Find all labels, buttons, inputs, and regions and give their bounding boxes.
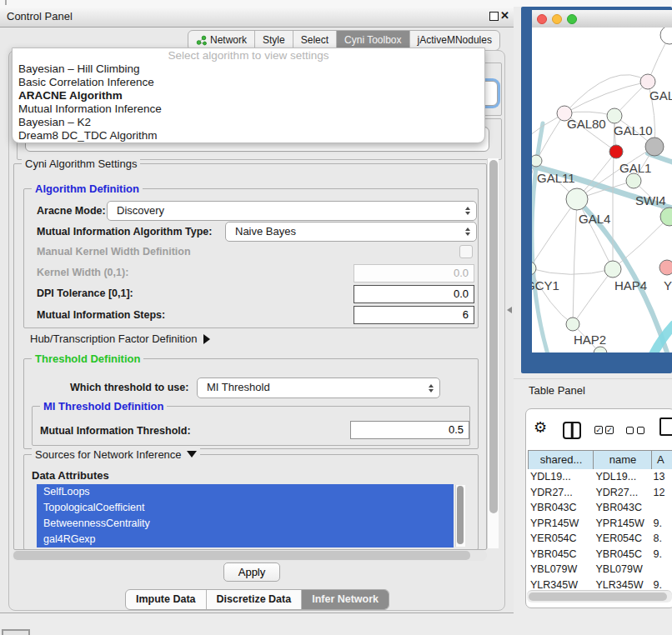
group-title: Cyni Algorithm Settings [22, 158, 140, 170]
network-titlebar[interactable] [532, 10, 672, 28]
settings-hscrollbar[interactable] [12, 550, 487, 561]
node-gal[interactable] [640, 74, 655, 89]
node-hap2[interactable] [566, 318, 579, 331]
zoom-traffic-light[interactable] [567, 14, 577, 24]
settings-scrollbar[interactable] [487, 158, 499, 548]
unchecked-checkbox-icon[interactable] [626, 427, 634, 434]
scrollbar-thumb[interactable] [529, 592, 667, 601]
edge[interactable] [613, 217, 669, 269]
algorithm-option[interactable]: Bayesian – K2 [13, 116, 484, 129]
node-gal11[interactable] [532, 155, 542, 167]
close-icon[interactable]: ✕ [500, 9, 509, 22]
node[interactable] [660, 208, 672, 226]
minimize-traffic-light[interactable] [552, 14, 562, 24]
unchecked-checkbox-icon[interactable] [637, 427, 644, 434]
table-cell: YDR27... [526, 485, 591, 501]
table-row[interactable]: YDR27...YDR27...12 [526, 485, 672, 501]
columns-icon[interactable] [563, 422, 581, 439]
combo-value: Naive Bayes [235, 222, 296, 241]
close-traffic-light[interactable] [537, 14, 547, 24]
table-row[interactable]: YER054CYER054C8. [526, 531, 672, 547]
kernel-width-field[interactable]: 0.0 [354, 264, 474, 282]
tab-infer-network[interactable]: Infer Network [301, 590, 389, 609]
table-cell: YBL079W [526, 562, 591, 578]
edge[interactable] [532, 268, 613, 274]
checked-checkbox-icon[interactable]: ✓ [594, 426, 603, 434]
algorithm-option[interactable]: ARACNE Algorithm [13, 89, 484, 102]
algorithm-option[interactable]: Dream8 DC_TDC Algorithm [13, 129, 484, 142]
group-title: Algorithm Definition [32, 182, 143, 195]
control-panel-titlebar [0, 7, 514, 28]
table-row[interactable]: YBR043CYBR043C [526, 500, 672, 516]
attribute-list-item[interactable]: TopologicalCoefficient [37, 500, 454, 516]
table-row[interactable]: YDL19...YDL19...13 [526, 469, 672, 485]
mi-threshold-label: Mutual Information Threshold: [40, 425, 191, 437]
table-row[interactable]: YBR045CYBR045C9. [526, 547, 672, 562]
mi-threshold-field[interactable]: 0.5 [350, 421, 469, 439]
which-threshold-combo[interactable]: MI Threshold [197, 378, 440, 398]
edge-highlight[interactable] [652, 325, 672, 352]
tab-impute-data[interactable]: Impute Data [126, 590, 206, 609]
combo-arrows-icon [465, 207, 470, 215]
float-window-icon[interactable] [489, 12, 499, 21]
mi-type-combo[interactable]: Naive Bayes [225, 222, 477, 242]
scrollbar-thumb[interactable] [13, 551, 470, 560]
sources-title: Sources for Network Inference [35, 448, 182, 461]
node-hap4[interactable] [604, 261, 621, 278]
control-panel-title: Control Panel [7, 10, 73, 22]
table-row[interactable]: YPR145WYPR145W9. [526, 516, 672, 532]
combo-arrows-icon [465, 228, 470, 236]
attribute-list-item[interactable]: BetweennessCentrality [37, 516, 454, 532]
dropdown-placeholder: Select algorithm to view settings [13, 48, 484, 62]
attribute-list-item[interactable]: SelfLoops [37, 484, 454, 500]
table-cell: YER054C [591, 531, 649, 547]
algorithm-option[interactable]: Mutual Information Inference [13, 102, 484, 116]
document-icon[interactable] [659, 418, 672, 436]
node-gal10[interactable] [607, 108, 622, 123]
dpi-tolerance-field[interactable]: 0.0 [354, 285, 474, 303]
node-y[interactable] [659, 260, 672, 275]
node[interactable] [609, 145, 623, 158]
edge[interactable] [564, 82, 648, 113]
column-header-name[interactable]: name [593, 450, 653, 470]
node-label: GCY1 [532, 278, 559, 292]
attribute-list-item[interactable]: gal4RGexp [37, 532, 454, 548]
attributes-scrollbar[interactable] [455, 485, 465, 547]
tab-discretize-data[interactable]: Discretize Data [206, 590, 302, 609]
node-gal1[interactable] [645, 138, 664, 156]
edge[interactable] [573, 199, 577, 324]
column-header-partial[interactable]: A [651, 450, 672, 470]
scrollbar-thumb[interactable] [489, 160, 498, 513]
bottom-left-fragment [2, 629, 30, 635]
node-gal4[interactable] [566, 188, 588, 210]
manual-kernel-checkbox[interactable] [459, 245, 473, 258]
sources-toggle[interactable]: Sources for Network Inference [32, 448, 200, 461]
checked-checkbox-icon[interactable]: ✓ [605, 426, 614, 434]
splitter-handle[interactable] [507, 307, 512, 313]
network-graph[interactable]: GALGAL80GAL10GAL1GAL11SWI4GAL4GCY1HAP4YH… [532, 28, 672, 352]
mi-steps-field[interactable]: 6 [354, 306, 474, 324]
table-cell: 13 [649, 469, 672, 485]
column-header-shared[interactable]: shared... [528, 450, 594, 470]
table-hscrollbar[interactable] [527, 590, 672, 602]
scrollbar-thumb[interactable] [457, 486, 464, 544]
node-label: GAL11 [537, 171, 575, 185]
apply-button[interactable]: Apply [223, 562, 280, 582]
node-swi4[interactable] [626, 173, 641, 188]
group-title: MI Threshold Definition [40, 400, 167, 412]
algorithm-option[interactable]: Bayesian – Hill Climbing [13, 62, 484, 76]
aracne-mode-combo[interactable]: Discovery [107, 201, 477, 221]
collapse-down-icon [187, 451, 197, 458]
edge[interactable] [532, 199, 577, 268]
table-panel-title: Table Panel [529, 384, 585, 397]
table-row[interactable]: YBL079WYBL079W [526, 562, 672, 578]
hub-definition-toggle[interactable]: Hub/Transcription Factor Definition [30, 332, 210, 345]
table-row[interactable]: YLR345WYLR345W9. [526, 578, 672, 592]
table-cell: YDL19... [591, 469, 649, 485]
gear-icon[interactable]: ⚙ [534, 418, 547, 437]
algorithm-option[interactable]: Basic Correlation Inference [13, 76, 484, 89]
node[interactable] [660, 28, 672, 44]
node-gcy1[interactable] [532, 262, 536, 275]
edge[interactable] [573, 269, 613, 324]
table-cell: YPR145W [526, 516, 591, 532]
